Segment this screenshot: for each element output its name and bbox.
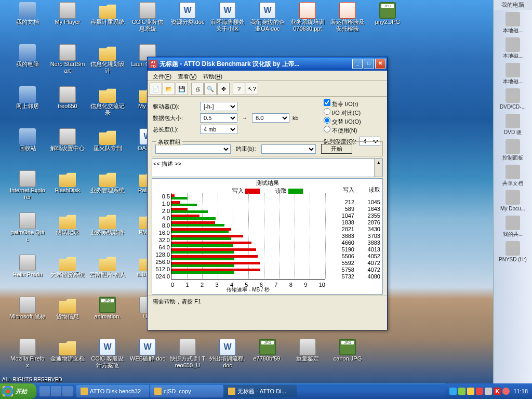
arrow-icon: → xyxy=(241,115,249,121)
menu-help[interactable]: 帮助(H) xyxy=(200,72,225,79)
sidebar-item[interactable]: PNYSD (H:) xyxy=(494,239,532,264)
desktop-icon[interactable]: 业务管理系统 xyxy=(89,170,126,194)
desktop-icon[interactable]: animation. xyxy=(89,297,126,320)
packet-from-select[interactable]: 0.5 xyxy=(200,113,237,123)
sidebar-item[interactable]: 我的共... xyxy=(494,214,532,239)
sidebar-item[interactable]: DVD/CD-... xyxy=(494,86,532,112)
desktop-icon[interactable]: 浪琴海售楼处关于小区 xyxy=(209,2,246,32)
result-chart: 测试结果 写入 读取 0.51.02.04.08.016.032.064.012… xyxy=(152,178,383,295)
desktop-icon[interactable]: 业务系统培训070830.ppt xyxy=(289,2,326,32)
desktop-icon[interactable]: 信息化规划设计 xyxy=(89,44,126,74)
desktop-icon[interactable]: Helix Produ xyxy=(9,255,46,278)
packet-to-select[interactable]: 8.0 xyxy=(252,113,289,123)
desktop-icon[interactable]: 云南照片-别人 xyxy=(89,255,126,278)
desktop-icon[interactable]: WEB破解.doc xyxy=(129,339,166,362)
io-compare-radio[interactable]: I/O 对比(C) xyxy=(324,108,381,117)
sidebar-item[interactable]: DVD 驱 xyxy=(494,112,532,137)
scrollbar[interactable]: ▴ xyxy=(374,159,382,177)
tool-print-icon[interactable]: 🖨 xyxy=(191,83,204,95)
io-none-radio[interactable]: 不使用(N) xyxy=(324,126,381,135)
menu-file[interactable]: 文件(F) xyxy=(150,72,175,79)
sidebar-item[interactable]: 本地磁... xyxy=(494,35,532,61)
sidebar-item[interactable]: 本地磁... xyxy=(494,61,532,86)
tool-zoom-icon[interactable]: 🔍 xyxy=(204,83,217,95)
start-button-tb[interactable]: 开始 xyxy=(0,383,36,399)
maximize-button[interactable]: □ xyxy=(364,59,374,69)
taskbar-button[interactable]: ATTO Disk bench32 xyxy=(76,385,149,397)
minimize-button[interactable]: _ xyxy=(352,59,363,69)
desktop-icon[interactable]: My Player xyxy=(49,2,86,25)
desktop-icon[interactable]: 快捷方式 到 Treo650_U xyxy=(169,339,206,369)
menu-view[interactable]: 查看(V) xyxy=(175,72,200,79)
tool-whatsthis-icon[interactable]: ↖? xyxy=(246,83,258,95)
io-cmd-check[interactable]: 指令 I/O(r) xyxy=(324,99,381,108)
drive-label: 驱动器(D): xyxy=(153,103,197,111)
io-options: 指令 I/O(r) I/O 对比(C) 交替 I/O(O) 不使用(N) 队列深… xyxy=(324,99,381,148)
copyright-text: ALL RIGHTS RESERVED xyxy=(2,377,62,382)
ql-icon[interactable] xyxy=(62,386,73,396)
desktop-icon[interactable]: 货物信息 xyxy=(49,297,86,320)
desktop-icon[interactable]: 信息化交流记录 xyxy=(89,86,126,116)
tool-new-icon[interactable]: 📄 xyxy=(150,83,162,95)
desktop-icon[interactable]: pny2.JPG xyxy=(369,2,406,25)
desktop-icon[interactable]: palmOne Quic xyxy=(9,212,46,243)
desktop-icon[interactable]: 我的文档 xyxy=(9,2,46,25)
packet-unit: kb xyxy=(292,115,299,121)
desktop-icon[interactable]: canon.JPG xyxy=(329,339,366,362)
tool-open-icon[interactable]: 📂 xyxy=(163,83,175,95)
desktop-icon[interactable]: 重量鉴定 xyxy=(289,339,326,362)
x-axis-label: 传输速率 - MB / 秒 xyxy=(171,286,325,294)
desktop-icon[interactable]: Microsoft 鼠标 xyxy=(9,297,46,320)
desktop-icon[interactable]: Internet Explorer xyxy=(9,170,46,201)
desktop-icon[interactable]: 我们身边的企业OA.doc xyxy=(249,2,286,32)
sidebar-item[interactable]: 本地磁... xyxy=(494,10,532,35)
taskbar-button[interactable]: 无标题 - ATTO Di... xyxy=(224,385,297,397)
desktop-icon[interactable]: 装运前检验及安托检验 xyxy=(329,2,366,32)
desktop-icon[interactable]: 金通物流文档 xyxy=(49,339,86,362)
desktop-icon[interactable]: 大宗散货系统 xyxy=(49,255,86,278)
tool-move-icon[interactable]: ✥ xyxy=(217,83,230,95)
tool-save-icon[interactable]: 💾 xyxy=(176,83,188,95)
sidebar-item[interactable]: 控制面板 xyxy=(494,137,532,163)
tool-help-icon[interactable]: ? xyxy=(233,83,245,95)
desktop-icon[interactable]: 回收站 xyxy=(9,128,46,152)
stripe-label: 条纹群组 xyxy=(158,139,181,145)
desktop-icon[interactable]: 测试记录 xyxy=(49,212,86,236)
desktop-icon[interactable]: 业务系统软件 xyxy=(89,212,126,236)
taskbar: 开始 ATTO Disk bench32cjSD_copy无标题 - ATTO … xyxy=(0,383,532,399)
packet-label: 数据包大小: xyxy=(153,114,197,122)
close-button[interactable]: ✕ xyxy=(375,59,385,69)
io-alt-radio[interactable]: 交替 I/O(O) xyxy=(324,117,381,126)
desktop-icon[interactable]: FlashDisk xyxy=(49,170,86,194)
desktop-icon[interactable]: Nero StartSmart xyxy=(49,44,86,74)
bound-select[interactable] xyxy=(261,144,316,154)
window-title: 无标题 - ATTO Disk Benchmark 汉化版 by 上帝... xyxy=(159,60,352,69)
desktop-icon[interactable]: 我的电脑 xyxy=(9,44,46,68)
atto-window: ATTO 无标题 - ATTO Disk Benchmark 汉化版 by 上帝… xyxy=(147,57,388,330)
sidebar-item[interactable]: 共享文档 xyxy=(494,163,532,188)
start-button[interactable]: 开始 xyxy=(321,144,352,154)
clock: 11:18 xyxy=(513,388,528,394)
desktop-icon[interactable]: e7780bf59. xyxy=(249,339,286,362)
desktop-icon[interactable]: CCIC业务信息系统 xyxy=(129,2,166,32)
desktop-icon[interactable]: 外出培训流程.doc xyxy=(209,339,246,369)
desktop-icon[interactable]: 资源分类.doc xyxy=(169,2,206,25)
taskbar-button[interactable]: cjSD_copy xyxy=(150,385,223,397)
desktop-icon[interactable]: 星火队专刊 xyxy=(89,128,126,152)
desktop-icon[interactable]: Mozilla Firefox xyxy=(9,339,46,369)
desktop-icon[interactable]: 解码设置中心 xyxy=(49,128,86,152)
drive-select[interactable]: [-h-] xyxy=(200,102,237,111)
titlebar[interactable]: ATTO 无标题 - ATTO Disk Benchmark 汉化版 by 上帝… xyxy=(148,57,387,71)
plot-area xyxy=(171,193,325,280)
ql-icon[interactable] xyxy=(51,386,61,396)
desktop-icon[interactable]: treo650 xyxy=(49,86,86,110)
length-select[interactable]: 4 mb xyxy=(200,125,237,134)
description-box[interactable]: << 描述 >> ▴ xyxy=(152,158,383,177)
app-icon: ATTO xyxy=(149,60,157,68)
system-tray[interactable]: K 11:18 xyxy=(445,383,532,399)
sidebar-item[interactable]: My Docu... xyxy=(494,188,532,214)
ql-icon[interactable] xyxy=(39,386,50,396)
desktop-icon[interactable]: 容量计重系统 xyxy=(89,2,126,25)
desktop-icon[interactable]: 网上邻居 xyxy=(9,86,46,110)
desktop-icon[interactable]: CCIC 客服设计方案改 xyxy=(89,339,126,369)
